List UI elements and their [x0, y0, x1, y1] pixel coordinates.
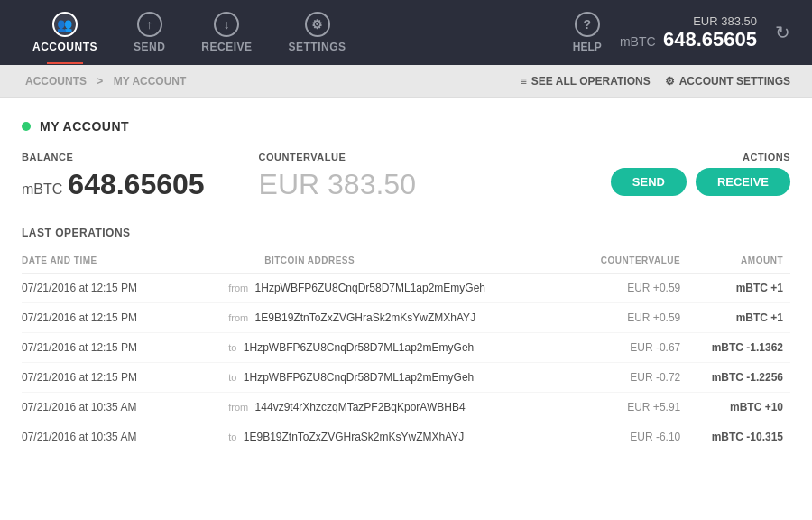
op-amount: mBTC -1.2256 [687, 363, 790, 393]
nav-item-settings[interactable]: ⚙ SETTINGS [271, 5, 364, 60]
op-address: to 1HzpWBFP6ZU8CnqDr58D7ML1ap2mEmyGeh [221, 333, 574, 363]
op-btc-address[interactable]: 144vz9t4rXhzczqMTazPF2BqKporAWBHB4 [255, 401, 466, 413]
account-settings-label: ACCOUNT SETTINGS [679, 75, 790, 88]
countervalue-label: COUNTERVALUE [259, 152, 416, 162]
op-countervalue: EUR +0.59 [575, 303, 688, 333]
op-date: 07/21/2016 at 12:15 PM [22, 303, 221, 333]
nav-item-send[interactable]: ↑ SEND [115, 5, 183, 60]
last-operations-section: LAST OPERATIONS DATE AND TIME BITCOIN AD… [22, 227, 790, 451]
balance-block: BALANCE mBTC 648.65605 [22, 152, 205, 201]
op-amount: mBTC -10.315 [687, 422, 790, 452]
receive-icon: ↓ [214, 12, 239, 37]
actions-buttons: SEND RECEIVE [611, 168, 790, 196]
col-countervalue: COUNTERVALUE [575, 252, 688, 274]
op-date: 07/21/2016 at 12:15 PM [22, 333, 221, 363]
table-row: 07/21/2016 at 12:15 PM to 1HzpWBFP6ZU8Cn… [22, 363, 790, 393]
balance-value: mBTC 648.65605 [22, 168, 205, 201]
see-all-operations-button[interactable]: ≡ SEE ALL OPERATIONS [521, 75, 651, 88]
op-amount: mBTC +10 [687, 393, 790, 422]
accounts-icon: 👥 [52, 12, 78, 37]
op-address: from 144vz9t4rXhzczqMTazPF2BqKporAWBHB4 [221, 393, 574, 422]
nav-balance-area: EUR 383.50 mBTC 648.65605 [620, 14, 757, 51]
op-countervalue: EUR -6.10 [575, 422, 688, 452]
op-address: to 1HzpWBFP6ZU8CnqDr58D7ML1ap2mEmyGeh [221, 363, 574, 393]
table-row: 07/21/2016 at 10:35 AM from 144vz9t4rXhz… [22, 393, 790, 422]
help-icon: ? [575, 12, 600, 37]
op-address: from 1HzpWBFP6ZU8CnqDr58D7ML1ap2mEmyGeh [221, 274, 574, 303]
op-date: 07/21/2016 at 12:15 PM [22, 274, 221, 303]
col-amount: AMOUNT [687, 252, 790, 274]
op-direction: to [228, 342, 236, 353]
op-countervalue: EUR -0.67 [575, 333, 688, 363]
operations-table: DATE AND TIME BITCOIN ADDRESS COUNTERVAL… [22, 252, 790, 451]
breadcrumb: ACCOUNTS > MY ACCOUNT [22, 75, 189, 88]
op-address: from 1E9B19ZtnToZxZVGHraSk2mKsYwZMXhAYJ [221, 303, 574, 333]
see-all-icon: ≡ [521, 75, 527, 88]
send-icon: ↑ [137, 12, 162, 37]
nav-right: EUR 383.50 mBTC 648.65605 ↻ [620, 14, 798, 51]
table-row: 07/21/2016 at 12:15 PM to 1HzpWBFP6ZU8Cn… [22, 333, 790, 363]
nav-item-accounts[interactable]: 👥 ACCOUNTS [14, 5, 115, 60]
op-countervalue: EUR +5.91 [575, 393, 688, 422]
op-btc-address[interactable]: 1HzpWBFP6ZU8CnqDr58D7ML1ap2mEmyGeh [244, 371, 474, 384]
accounts-label: ACCOUNTS [32, 41, 97, 53]
receive-button[interactable]: RECEIVE [696, 168, 790, 196]
op-direction: to [228, 372, 236, 383]
balance-label: BALANCE [22, 152, 205, 162]
op-date: 07/21/2016 at 10:35 AM [22, 393, 221, 422]
top-nav: 👥 ACCOUNTS ↑ SEND ↓ RECEIVE ⚙ SETTINGS ?… [0, 0, 812, 65]
breadcrumb-root[interactable]: ACCOUNTS [25, 75, 87, 88]
account-header: MY ACCOUNT [22, 119, 790, 134]
main-content: MY ACCOUNT BALANCE mBTC 648.65605 COUNTE… [0, 98, 812, 520]
op-direction: from [228, 402, 248, 413]
table-row: 07/21/2016 at 10:35 AM to 1E9B19ZtnToZxZ… [22, 422, 790, 452]
table-row: 07/21/2016 at 12:15 PM from 1E9B19ZtnToZ… [22, 303, 790, 333]
breadcrumb-bar: ACCOUNTS > MY ACCOUNT ≡ SEE ALL OPERATIO… [0, 65, 812, 98]
balance-amount: 648.65605 [68, 168, 204, 201]
op-direction: from [228, 312, 248, 323]
account-settings-icon: ⚙ [665, 75, 675, 88]
breadcrumb-current: MY ACCOUNT [114, 75, 187, 88]
actions-block: ACTIONS SEND RECEIVE [611, 152, 790, 196]
op-btc-address[interactable]: 1HzpWBFP6ZU8CnqDr58D7ML1ap2mEmyGeh [255, 282, 485, 294]
account-settings-button[interactable]: ⚙ ACCOUNT SETTINGS [665, 75, 790, 88]
help-item[interactable]: ? HELP [555, 5, 620, 60]
nav-item-receive[interactable]: ↓ RECEIVE [183, 5, 270, 60]
account-status-dot [22, 122, 31, 131]
op-direction: from [228, 283, 248, 293]
countervalue-value: EUR 383.50 [259, 168, 416, 201]
nav-btc-amount: 648.65605 [663, 28, 757, 51]
col-date: DATE AND TIME [22, 252, 221, 274]
nav-items: 👥 ACCOUNTS ↑ SEND ↓ RECEIVE ⚙ SETTINGS [14, 5, 555, 60]
nav-btc-currency: mBTC [620, 34, 656, 49]
op-btc-address[interactable]: 1E9B19ZtnToZxZVGHraSk2mKsYwZMXhAYJ [255, 311, 476, 324]
nav-btc-balance: mBTC 648.65605 [620, 28, 757, 51]
receive-label: RECEIVE [201, 41, 252, 53]
op-btc-address[interactable]: 1HzpWBFP6ZU8CnqDr58D7ML1ap2mEmyGeh [244, 341, 474, 354]
help-label: HELP [573, 41, 602, 53]
op-date: 07/21/2016 at 10:35 AM [22, 422, 221, 452]
refresh-button[interactable]: ↻ [768, 14, 798, 51]
op-amount: mBTC +1 [687, 274, 790, 303]
op-countervalue: EUR +0.59 [575, 274, 688, 303]
op-amount: mBTC -1.1362 [687, 333, 790, 363]
breadcrumb-actions: ≡ SEE ALL OPERATIONS ⚙ ACCOUNT SETTINGS [521, 75, 790, 88]
ops-title: LAST OPERATIONS [22, 227, 790, 239]
actions-label: ACTIONS [743, 152, 790, 162]
account-title: MY ACCOUNT [40, 119, 129, 134]
op-countervalue: EUR -0.72 [575, 363, 688, 393]
settings-icon: ⚙ [305, 12, 330, 37]
see-all-label: SEE ALL OPERATIONS [531, 75, 651, 88]
op-date: 07/21/2016 at 12:15 PM [22, 363, 221, 393]
op-amount: mBTC +1 [687, 303, 790, 333]
nav-eur-balance: EUR 383.50 [620, 14, 757, 28]
op-direction: to [228, 432, 236, 442]
balance-section: BALANCE mBTC 648.65605 COUNTERVALUE EUR … [22, 152, 790, 201]
op-address: to 1E9B19ZtnToZxZVGHraSk2mKsYwZMXhAYJ [221, 422, 574, 452]
col-address: BITCOIN ADDRESS [221, 252, 574, 274]
table-row: 07/21/2016 at 12:15 PM from 1HzpWBFP6ZU8… [22, 274, 790, 303]
breadcrumb-separator: > [97, 75, 103, 88]
settings-label: SETTINGS [289, 41, 346, 53]
op-btc-address[interactable]: 1E9B19ZtnToZxZVGHraSk2mKsYwZMXhAYJ [244, 431, 465, 443]
send-button[interactable]: SEND [611, 168, 687, 196]
